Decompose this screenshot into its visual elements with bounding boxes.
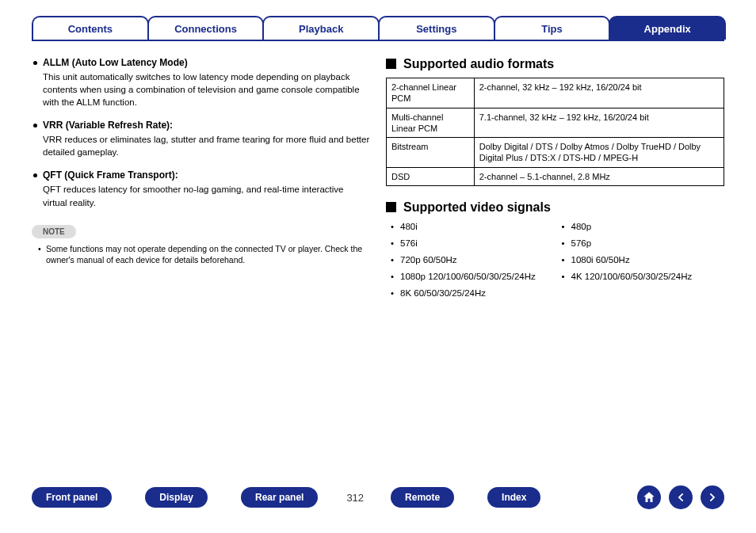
pill-index[interactable]: Index xyxy=(487,487,540,508)
right-column: Supported audio formats 2-channel Linear… xyxy=(386,57,724,299)
list-item: 4K 120/100/60/50/30/25/24Hz xyxy=(562,271,725,283)
feature-title: ALLM (Auto Low Latency Mode) xyxy=(32,57,370,68)
feature-allm: ALLM (Auto Low Latency Mode) This unit a… xyxy=(32,57,370,109)
video-list: 480i 480p 576i 576p 720p 60/50Hz 1080i 6… xyxy=(386,221,724,299)
main-content: ALLM (Auto Low Latency Mode) This unit a… xyxy=(0,41,756,307)
table-row: 2-channel Linear PCM2-channel, 32 kHz – … xyxy=(387,78,724,109)
table-row: BitstreamDolby Digital / DTS / Dolby Atm… xyxy=(387,138,724,168)
video-heading: Supported video signals xyxy=(386,200,724,215)
feature-title: QFT (Quick Frame Transport): xyxy=(32,169,370,181)
audio-heading: Supported audio formats xyxy=(386,57,724,71)
pill-rear-panel[interactable]: Rear panel xyxy=(241,487,318,508)
list-item: 720p 60/50Hz xyxy=(391,254,554,266)
list-item: 480p xyxy=(562,221,725,233)
list-item: 8K 60/50/30/25/24Hz xyxy=(391,287,554,299)
pill-display[interactable]: Display xyxy=(145,487,208,508)
page-number: 312 xyxy=(346,492,364,504)
top-tabs: Contents Connections Playback Settings T… xyxy=(0,0,756,40)
pill-remote[interactable]: Remote xyxy=(391,487,454,508)
feature-desc: QFT reduces latency for smoother no-lag … xyxy=(32,183,370,208)
note-text: Some functions may not operate depending… xyxy=(32,243,370,265)
next-icon[interactable] xyxy=(701,485,724,509)
note-badge: NOTE xyxy=(32,225,76,238)
tab-playback[interactable]: Playback xyxy=(262,16,380,40)
tab-tips[interactable]: Tips xyxy=(494,16,611,40)
tab-appendix[interactable]: Appendix xyxy=(609,16,726,40)
list-item: 1080p 120/100/60/50/30/25/24Hz xyxy=(391,271,554,283)
bottom-bar: Front panel Display Rear panel 312 Remot… xyxy=(32,485,724,509)
feature-desc: This unit automatically switches to low … xyxy=(32,70,370,109)
feature-title: VRR (Variable Refresh Rate): xyxy=(32,120,370,131)
audio-table: 2-channel Linear PCM2-channel, 32 kHz – … xyxy=(386,78,724,186)
prev-icon[interactable] xyxy=(669,485,693,509)
list-item: 576p xyxy=(562,238,725,249)
home-icon[interactable] xyxy=(637,485,661,509)
table-row: DSD2-channel – 5.1-channel, 2.8 MHz xyxy=(387,167,724,185)
tab-connections[interactable]: Connections xyxy=(147,16,265,40)
pill-front-panel[interactable]: Front panel xyxy=(32,487,112,508)
list-item: 1080i 60/50Hz xyxy=(562,254,725,266)
list-item: 480i xyxy=(391,221,554,233)
tab-contents[interactable]: Contents xyxy=(32,16,149,40)
feature-qft: QFT (Quick Frame Transport): QFT reduces… xyxy=(32,169,370,208)
list-item: 576i xyxy=(391,238,554,249)
left-column: ALLM (Auto Low Latency Mode) This unit a… xyxy=(32,57,370,299)
nav-icons xyxy=(637,485,724,509)
feature-desc: VRR reduces or eliminates lag, stutter a… xyxy=(32,133,370,158)
table-row: Multi-channel Linear PCM7.1-channel, 32 … xyxy=(387,108,724,138)
feature-vrr: VRR (Variable Refresh Rate): VRR reduces… xyxy=(32,120,370,158)
tab-settings[interactable]: Settings xyxy=(378,16,495,40)
